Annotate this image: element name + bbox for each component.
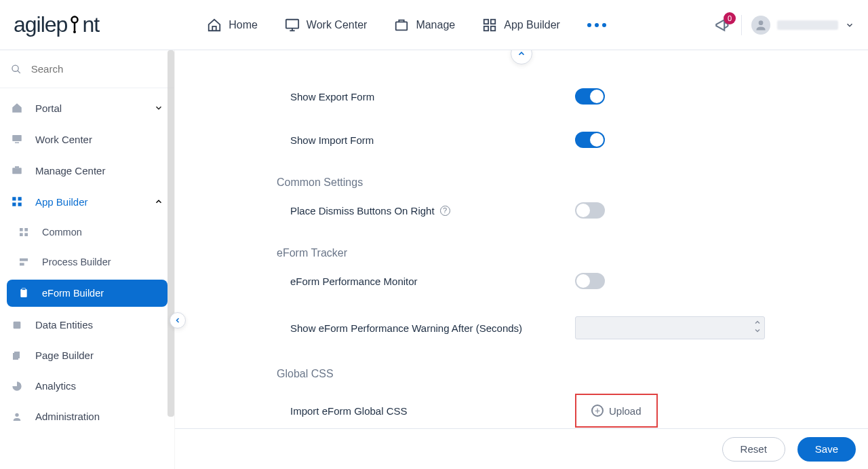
toggle-dismiss-right[interactable]	[575, 202, 605, 219]
svg-rect-30	[14, 321, 21, 329]
scroll-up-handle[interactable]	[511, 50, 532, 64]
notifications-button[interactable]: 0	[714, 16, 732, 34]
svg-rect-10	[491, 26, 495, 30]
sidebar-subitem-eformbuilder[interactable]: eForm Builder	[7, 280, 167, 307]
clipboard-icon	[18, 288, 30, 299]
chevron-left-icon	[174, 316, 182, 324]
sidebar-item-dataentities[interactable]: Data Entities	[0, 309, 174, 340]
nav-manage-label: Manage	[416, 19, 455, 31]
sidebar-subitem-common[interactable]: Common	[0, 217, 174, 247]
svg-rect-6	[396, 22, 408, 30]
sidebar-item-managecenter[interactable]: Manage Center	[0, 155, 174, 186]
svg-rect-7	[484, 19, 488, 23]
seconds-stepper[interactable]	[575, 316, 765, 339]
nav-appbuilder[interactable]: App Builder	[482, 18, 560, 33]
upload-label: Upload	[609, 405, 642, 417]
sidebar-item-portal[interactable]: Portal	[0, 92, 174, 124]
sidebar-item-label: Data Entities	[35, 319, 163, 331]
user-menu[interactable]	[751, 16, 854, 35]
sidebar-search[interactable]	[0, 50, 174, 88]
sidebar-item-analytics[interactable]: Analytics	[0, 371, 174, 401]
row-eform-perf-monitor: eForm Performance Monitor	[277, 259, 778, 303]
nav-home[interactable]: Home	[207, 18, 258, 33]
svg-rect-29	[22, 288, 25, 290]
sidebar-subitem-processbuilder[interactable]: Process Builder	[0, 247, 174, 277]
section-eform-tracker: eForm Tracker	[277, 247, 778, 259]
svg-rect-16	[12, 168, 22, 174]
monitor-icon	[11, 133, 23, 145]
person-icon	[754, 18, 768, 32]
home-icon	[11, 102, 23, 114]
svg-rect-23	[24, 228, 28, 231]
save-button[interactable]: Save	[797, 437, 856, 462]
chevron-down-icon	[154, 103, 163, 113]
toggle-show-import-form[interactable]	[575, 132, 605, 148]
label-eform-perf-warning: Show eForm Performance Warning After (Se…	[277, 322, 575, 334]
label-dismiss-right: Place Dismiss Buttons On Right ?	[277, 205, 575, 217]
notification-badge: 0	[724, 12, 736, 24]
body: Portal Work Center Manage Center App Bui…	[0, 50, 868, 469]
toggle-eform-perf-monitor[interactable]	[575, 273, 605, 289]
chevron-up-icon	[154, 197, 163, 206]
briefcase-icon	[394, 18, 409, 33]
search-input[interactable]	[30, 62, 163, 75]
chevron-down-icon	[845, 20, 854, 30]
chevron-down-icon[interactable]	[753, 326, 762, 335]
svg-point-1	[73, 31, 76, 33]
main-content: Show Export Form Show Import Form Common…	[175, 50, 868, 469]
svg-line-13	[18, 70, 20, 73]
label-show-import-form: Show Import Form	[277, 134, 575, 146]
pages-icon	[11, 350, 23, 361]
svg-rect-18	[12, 197, 16, 200]
sidebar-collapse-handle[interactable]	[170, 312, 186, 329]
nav-appbuilder-label: App Builder	[504, 19, 560, 31]
sidebar-item-label: Page Builder	[35, 350, 163, 361]
briefcase-icon	[11, 164, 23, 176]
row-dismiss-right: Place Dismiss Buttons On Right ?	[277, 189, 778, 232]
svg-rect-9	[484, 26, 488, 30]
chevron-up-icon	[517, 50, 526, 58]
user-name-masked	[777, 20, 838, 30]
svg-point-12	[12, 65, 18, 71]
sidebar-item-pagebuilder[interactable]: Page Builder	[0, 340, 174, 371]
plus-circle-icon: +	[591, 405, 604, 417]
nav-manage[interactable]: Manage	[394, 18, 455, 33]
svg-rect-15	[15, 143, 19, 144]
sidebar-item-label: Analytics	[35, 380, 163, 392]
help-icon[interactable]: ?	[440, 206, 450, 216]
search-icon	[11, 63, 22, 75]
svg-rect-14	[12, 135, 22, 141]
sidebar-scrollbar[interactable]	[167, 50, 174, 417]
sidebar-subitem-label: Process Builder	[42, 257, 111, 267]
sidebar-item-administration[interactable]: Administration	[0, 401, 174, 432]
label-import-global-css: Import eForm Global CSS	[277, 405, 575, 417]
flow-icon	[18, 257, 30, 267]
upload-highlight: + Upload	[575, 394, 658, 428]
upload-button[interactable]: + Upload	[585, 399, 648, 422]
sidebar-item-workcenter[interactable]: Work Center	[0, 124, 174, 155]
row-eform-perf-warning: Show eForm Performance Warning After (Se…	[277, 303, 778, 353]
person-icon	[11, 411, 23, 422]
sidebar-item-appbuilder[interactable]: App Builder	[0, 186, 174, 217]
svg-rect-25	[24, 233, 28, 236]
svg-rect-17	[15, 166, 19, 168]
grid-icon	[18, 227, 30, 238]
nav-more[interactable]	[587, 18, 606, 33]
sidebar-subitem-label: Common	[42, 227, 82, 238]
svg-rect-22	[20, 228, 23, 231]
toggle-show-export-form[interactable]	[575, 88, 605, 105]
svg-rect-28	[20, 289, 26, 297]
svg-point-11	[759, 20, 764, 25]
main-nav: Home Work Center Manage App Builder	[99, 18, 714, 33]
chevron-up-icon[interactable]	[753, 318, 762, 326]
svg-rect-20	[12, 203, 16, 206]
nav-workcenter[interactable]: Work Center	[285, 18, 368, 33]
section-common-settings: Common Settings	[277, 176, 778, 189]
svg-rect-26	[20, 259, 28, 261]
footer: Reset Save	[175, 428, 868, 469]
nav-workcenter-label: Work Center	[307, 19, 368, 31]
avatar	[751, 16, 770, 35]
label-eform-perf-monitor: eForm Performance Monitor	[277, 276, 575, 287]
sidebar-item-label: Portal	[35, 102, 142, 114]
reset-button[interactable]: Reset	[722, 437, 785, 462]
